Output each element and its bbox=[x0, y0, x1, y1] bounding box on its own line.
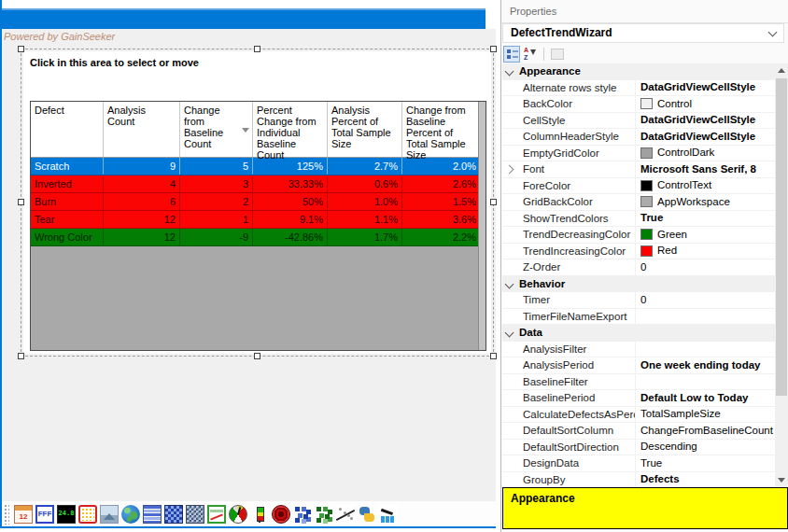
column-header-1[interactable]: Defect bbox=[31, 102, 104, 157]
property-value[interactable]: ControlText bbox=[636, 178, 776, 194]
knob-icon[interactable] bbox=[272, 505, 290, 524]
designer-surface[interactable]: Powered by GainSeeker Click in this area… bbox=[0, 29, 496, 501]
scatter-icon[interactable] bbox=[336, 505, 355, 524]
property-value[interactable]: TotalSampleSize bbox=[636, 407, 776, 423]
property-row-baselinefilter[interactable]: BaselineFilter bbox=[502, 374, 776, 391]
property-value[interactable]: Red bbox=[636, 244, 776, 259]
control-selection-frame[interactable]: Click in this area to select or move Def… bbox=[21, 49, 494, 357]
calendar-grid-icon[interactable] bbox=[186, 505, 204, 524]
property-row-cellstyle[interactable]: CellStyleDataGridViewCellStyle bbox=[502, 113, 776, 130]
property-row-defaultsortdirection[interactable]: DefaultSortDirectionDescending bbox=[502, 440, 776, 456]
picture-icon[interactable] bbox=[100, 505, 119, 524]
category-behavior[interactable]: Behavior bbox=[502, 276, 776, 293]
property-value[interactable]: Defects bbox=[636, 472, 776, 488]
property-value[interactable]: Descending bbox=[636, 440, 776, 455]
object-selector-combobox[interactable]: DefectTrendWizard bbox=[502, 23, 784, 43]
property-row-forecolor[interactable]: ForeColorControlText bbox=[502, 178, 776, 195]
property-value[interactable]: AppWorkspace bbox=[636, 194, 776, 210]
category-collapse-icon[interactable] bbox=[505, 67, 514, 77]
digital-display-icon[interactable]: 24.8 bbox=[57, 505, 76, 524]
property-row-z-order[interactable]: Z-Order0 bbox=[502, 259, 776, 276]
property-value[interactable]: Microsoft Sans Serif, 8 bbox=[636, 161, 776, 177]
defect-grid-vertical-scrollbar[interactable] bbox=[478, 102, 485, 350]
scrollbar-thumb[interactable] bbox=[776, 78, 787, 396]
defect-row-wrong-color[interactable]: Wrong Color12-9-42.86%1.7%2.2% bbox=[31, 229, 485, 246]
column-header-5[interactable]: Analysis Percent of Total Sample Size bbox=[328, 102, 402, 157]
property-value[interactable]: DataGridViewCellStyle bbox=[636, 80, 776, 96]
property-grid-scrollbar[interactable] bbox=[775, 63, 788, 487]
property-row-gridbackcolor[interactable]: GridBackColorAppWorkspace bbox=[502, 194, 776, 211]
property-row-defaultsortcolumn[interactable]: DefaultSortColumnChangeFromBaselineCount bbox=[502, 423, 776, 440]
property-value[interactable]: Green bbox=[636, 227, 776, 243]
property-row-font[interactable]: FontMicrosoft Sans Serif, 8 bbox=[502, 161, 776, 178]
category-appearance[interactable]: Appearance bbox=[502, 63, 776, 80]
indicator-light-icon[interactable] bbox=[250, 505, 269, 524]
property-value[interactable] bbox=[636, 342, 776, 357]
globe-icon[interactable] bbox=[121, 505, 140, 524]
defect-row-inverted[interactable]: Inverted4333.33%0.6%2.6% bbox=[31, 175, 485, 193]
property-value[interactable]: 0 bbox=[636, 259, 776, 275]
property-value[interactable]: Default Low to Today bbox=[636, 390, 776, 406]
property-row-groupby[interactable]: GroupByDefects bbox=[502, 472, 776, 488]
property-value[interactable] bbox=[636, 309, 776, 325]
property-value[interactable]: DataGridViewCellStyle bbox=[636, 113, 776, 129]
selection-handle-middle-right[interactable] bbox=[490, 199, 497, 205]
alphabetical-sort-icon[interactable]: A Z bbox=[522, 46, 539, 63]
selection-handle-top-left[interactable] bbox=[18, 46, 24, 52]
property-row-baselineperiod[interactable]: BaselinePeriodDefault Low to Today bbox=[502, 390, 776, 407]
categorized-icon[interactable] bbox=[503, 46, 520, 63]
wizard-canvas[interactable]: Click in this area to select or move Def… bbox=[23, 51, 491, 354]
property-value[interactable]: Control bbox=[636, 96, 776, 112]
category-collapse-icon[interactable] bbox=[505, 329, 514, 338]
property-row-timerfilenameexport[interactable]: TimerFileNameExport bbox=[502, 309, 776, 326]
trend-down-icon[interactable] bbox=[379, 505, 398, 524]
property-row-designdata[interactable]: DesignDataTrue bbox=[502, 455, 776, 472]
property-row-timer[interactable]: Timer0 bbox=[502, 292, 776, 309]
property-value[interactable] bbox=[636, 374, 776, 390]
defect-trend-grid[interactable]: DefectAnalysis CountChange from Baseline… bbox=[30, 101, 486, 351]
column-header-4[interactable]: Percent Change from Individual Baseline … bbox=[253, 102, 328, 157]
expand-icon[interactable] bbox=[505, 165, 514, 175]
matrix-blue-icon[interactable] bbox=[164, 505, 183, 524]
category-data[interactable]: Data bbox=[502, 325, 776, 342]
selection-handle-bottom-middle[interactable] bbox=[254, 353, 260, 359]
property-value[interactable]: DataGridViewCellStyle bbox=[636, 129, 776, 145]
property-row-showtrendcolors[interactable]: ShowTrendColorsTrue bbox=[502, 211, 776, 228]
selection-handle-middle-left[interactable] bbox=[18, 199, 24, 205]
column-header-3[interactable]: Change from Baseline Count bbox=[180, 102, 253, 157]
pixel-green-icon[interactable] bbox=[315, 505, 333, 524]
scroll-up-icon[interactable] bbox=[778, 68, 785, 73]
selection-handle-top-middle[interactable] bbox=[254, 46, 260, 52]
calendar-icon[interactable]: 12 bbox=[14, 505, 33, 524]
chart-window-icon[interactable] bbox=[207, 505, 226, 524]
python-icon[interactable] bbox=[358, 505, 376, 524]
property-row-calculatedefectsaspercentof[interactable]: CalculateDefectsAsPercentOfTotalSampleSi… bbox=[502, 407, 776, 424]
property-row-backcolor[interactable]: BackColorControl bbox=[502, 96, 776, 113]
text-display-icon[interactable]: FFF bbox=[35, 505, 54, 524]
property-row-trenddecreasingcolor[interactable]: TrendDecreasingColorGreen bbox=[502, 227, 776, 244]
property-value[interactable]: One week ending today bbox=[636, 357, 776, 373]
marquee-icon[interactable] bbox=[78, 505, 97, 524]
pixel-blue-icon[interactable] bbox=[293, 505, 312, 524]
defect-row-burn[interactable]: Burn6250%1.0%1.5% bbox=[31, 193, 485, 211]
scroll-down-icon[interactable] bbox=[778, 478, 785, 483]
property-value[interactable]: True bbox=[636, 455, 776, 471]
property-row-emptygridcolor[interactable]: EmptyGridColorControlDark bbox=[502, 146, 776, 162]
property-row-alternate-rows-style[interactable]: Alternate rows styleDataGridViewCellStyl… bbox=[502, 80, 776, 97]
property-value[interactable]: ChangeFromBaselineCount bbox=[636, 423, 776, 439]
toolbar-grip-handle[interactable] bbox=[4, 504, 9, 525]
selection-handle-bottom-right[interactable] bbox=[490, 353, 497, 359]
property-row-trendincreasingcolor[interactable]: TrendIncreasingColorRed bbox=[502, 244, 776, 260]
column-header-6[interactable]: Change from Baseline Percent of Total Sa… bbox=[402, 102, 481, 157]
property-value[interactable]: ControlDark bbox=[636, 146, 776, 161]
gauge-icon[interactable] bbox=[229, 505, 247, 524]
selection-handle-bottom-left[interactable] bbox=[18, 353, 24, 359]
column-header-2[interactable]: Analysis Count bbox=[104, 102, 180, 157]
category-collapse-icon[interactable] bbox=[505, 279, 514, 288]
property-row-columnheaderstyle[interactable]: ColumnHeaderStyleDataGridViewCellStyle bbox=[502, 129, 776, 146]
property-value[interactable]: 0 bbox=[636, 292, 776, 308]
property-row-analysisperiod[interactable]: AnalysisPeriodOne week ending today bbox=[502, 357, 776, 374]
property-row-analysisfilter[interactable]: AnalysisFilter bbox=[502, 342, 776, 358]
property-value[interactable]: True bbox=[636, 211, 776, 227]
defect-row-tear[interactable]: Tear1219.1%1.1%3.6% bbox=[31, 211, 485, 229]
